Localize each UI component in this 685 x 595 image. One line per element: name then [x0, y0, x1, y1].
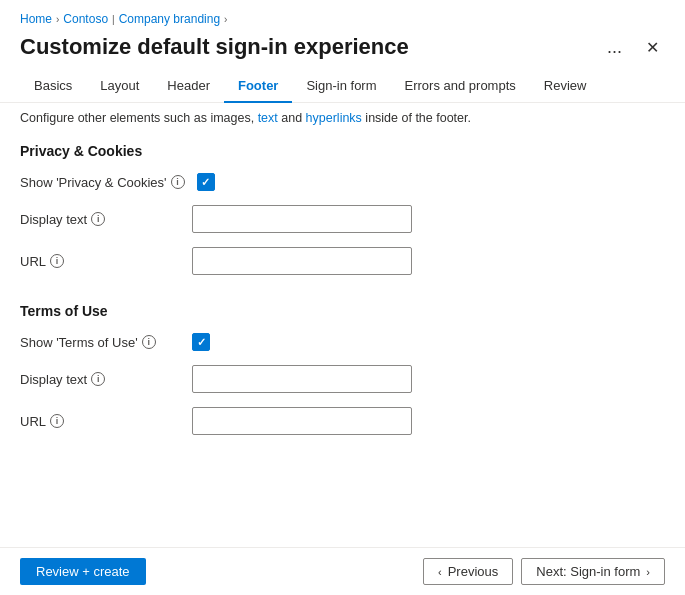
tabs-row: Basics Layout Header Footer Sign-in form… [0, 70, 685, 103]
terms-show-label: Show 'Terms of Use' i [20, 335, 180, 350]
tab-layout[interactable]: Layout [86, 70, 153, 103]
tab-sign-in-form[interactable]: Sign-in form [292, 70, 390, 103]
tab-footer[interactable]: Footer [224, 70, 292, 103]
ellipsis-button[interactable]: ... [601, 35, 628, 60]
close-button[interactable]: ✕ [640, 36, 665, 59]
terms-url-input[interactable] [192, 407, 412, 435]
next-button[interactable]: Next: Sign-in form › [521, 558, 665, 585]
terms-display-text-row: Display text i [20, 365, 665, 393]
privacy-url-input[interactable] [192, 247, 412, 275]
terms-url-info-icon[interactable]: i [50, 414, 64, 428]
terms-display-text-input[interactable] [192, 365, 412, 393]
review-create-button[interactable]: Review + create [20, 558, 146, 585]
terms-url-label: URL i [20, 414, 180, 429]
privacy-display-info-icon[interactable]: i [91, 212, 105, 226]
previous-arrow-icon: ‹ [438, 566, 442, 578]
privacy-show-checkbox[interactable]: ✓ [197, 173, 215, 191]
breadcrumb-separator: | [112, 14, 115, 25]
info-text-after: inside of the footer. [362, 111, 471, 125]
privacy-show-checkmark: ✓ [201, 177, 210, 188]
panel: Home › Contoso | Company branding › Cust… [0, 0, 685, 595]
privacy-section: Privacy & Cookies Show 'Privacy & Cookie… [0, 129, 685, 275]
footer-bar: Review + create ‹ Previous Next: Sign-in… [0, 547, 685, 595]
breadcrumb: Home › Contoso | Company branding › [0, 0, 685, 32]
page-title: Customize default sign-in experience [20, 34, 601, 60]
breadcrumb-chevron-2: › [224, 14, 227, 25]
terms-section: Terms of Use Show 'Terms of Use' i ✓ Dis… [0, 289, 685, 435]
breadcrumb-contoso[interactable]: Contoso [63, 12, 108, 26]
terms-display-text-label: Display text i [20, 372, 180, 387]
info-link-hyperlinks[interactable]: hyperlinks [306, 111, 362, 125]
terms-show-checkmark: ✓ [197, 337, 206, 348]
terms-show-checkbox[interactable]: ✓ [192, 333, 210, 351]
tab-review[interactable]: Review [530, 70, 601, 103]
privacy-show-checkbox-wrapper: ✓ [197, 173, 215, 191]
privacy-show-row: Show 'Privacy & Cookies' i ✓ [20, 173, 665, 191]
header-row: Customize default sign-in experience ...… [0, 32, 685, 70]
terms-show-checkbox-wrapper: ✓ [192, 333, 210, 351]
privacy-url-row: URL i [20, 247, 665, 275]
info-text-before: Configure other elements such as images, [20, 111, 258, 125]
tab-basics[interactable]: Basics [20, 70, 86, 103]
nav-buttons: ‹ Previous Next: Sign-in form › [423, 558, 665, 585]
next-button-label: Next: Sign-in form [536, 564, 640, 579]
privacy-url-info-icon[interactable]: i [50, 254, 64, 268]
previous-button[interactable]: ‹ Previous [423, 558, 513, 585]
info-bar: Configure other elements such as images,… [0, 103, 685, 129]
privacy-display-text-row: Display text i [20, 205, 665, 233]
info-link-text[interactable]: text [258, 111, 278, 125]
privacy-url-label: URL i [20, 254, 180, 269]
terms-url-row: URL i [20, 407, 665, 435]
terms-show-row: Show 'Terms of Use' i ✓ [20, 333, 665, 351]
privacy-display-text-label: Display text i [20, 212, 180, 227]
tab-header[interactable]: Header [153, 70, 224, 103]
header-actions: ... ✕ [601, 35, 665, 60]
tab-errors-prompts[interactable]: Errors and prompts [391, 70, 530, 103]
previous-button-label: Previous [448, 564, 499, 579]
terms-display-info-icon[interactable]: i [91, 372, 105, 386]
info-text-mid: and [278, 111, 306, 125]
terms-show-info-icon[interactable]: i [142, 335, 156, 349]
terms-section-title: Terms of Use [20, 303, 665, 319]
next-arrow-icon: › [646, 566, 650, 578]
privacy-show-info-icon[interactable]: i [171, 175, 185, 189]
privacy-section-title: Privacy & Cookies [20, 143, 665, 159]
breadcrumb-home[interactable]: Home [20, 12, 52, 26]
breadcrumb-chevron-1: › [56, 14, 59, 25]
breadcrumb-company-branding[interactable]: Company branding [119, 12, 220, 26]
privacy-display-text-input[interactable] [192, 205, 412, 233]
privacy-show-label: Show 'Privacy & Cookies' i [20, 175, 185, 190]
